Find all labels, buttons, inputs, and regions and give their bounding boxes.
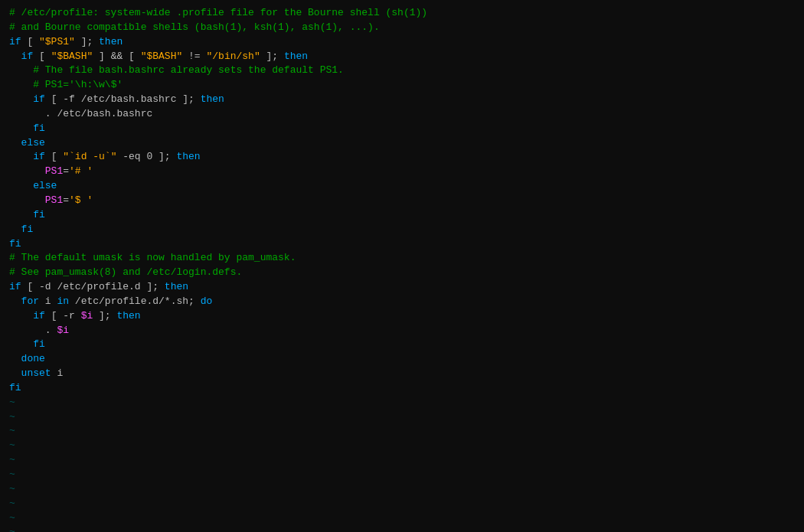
code-line: for i in /etc/profile.d/*.sh; do: [9, 295, 795, 309]
code-editor: # /etc/profile: system-wide .profile fil…: [0, 0, 804, 532]
code-line: fi: [9, 208, 795, 223]
code-line: ~: [9, 497, 795, 511]
code-line: # /etc/profile: system-wide .profile fil…: [9, 6, 795, 21]
code-line: ~: [9, 439, 795, 453]
code-line: # and Bourne compatible shells (bash(1),…: [9, 21, 795, 35]
code-line: # The default umask is now handled by pa…: [9, 251, 795, 266]
code-line: ~: [9, 468, 795, 482]
code-line: if [ -d /etc/profile.d ]; then: [9, 280, 795, 295]
code-line: . /etc/bash.bashrc: [9, 107, 795, 122]
code-line: PS1='# ': [9, 165, 795, 179]
code-line: ~: [9, 424, 795, 439]
code-line: if [ "$PS1" ]; then: [9, 35, 795, 50]
code-line: else: [9, 179, 795, 194]
code-line: fi: [9, 122, 795, 136]
code-line: # See pam_umask(8) and /etc/login.defs.: [9, 266, 795, 280]
code-line: ~: [9, 396, 795, 410]
code-line: fi: [9, 381, 795, 396]
code-line: ~: [9, 511, 795, 526]
code-line: fi: [9, 223, 795, 237]
code-line: . $i: [9, 324, 795, 338]
code-line: # The file bash.bashrc already sets the …: [9, 64, 795, 78]
code-line: else: [9, 136, 795, 151]
code-line: fi: [9, 237, 795, 252]
code-line: ~: [9, 410, 795, 425]
code-line: unset i: [9, 367, 795, 381]
code-line: if [ "$BASH" ] && [ "$BASH" != "/bin/sh"…: [9, 50, 795, 64]
code-line: if [ -r $i ]; then: [9, 309, 795, 324]
code-line: # PS1='\h:\w\$': [9, 78, 795, 93]
code-line: if [ "`id -u`" -eq 0 ]; then: [9, 150, 795, 165]
code-line: ~: [9, 525, 795, 532]
code-line: done: [9, 352, 795, 367]
code-line: fi: [9, 338, 795, 352]
code-line: ~: [9, 482, 795, 497]
code-line: if [ -f /etc/bash.bashrc ]; then: [9, 93, 795, 107]
code-line: PS1='$ ': [9, 194, 795, 208]
code-line: ~: [9, 453, 795, 468]
